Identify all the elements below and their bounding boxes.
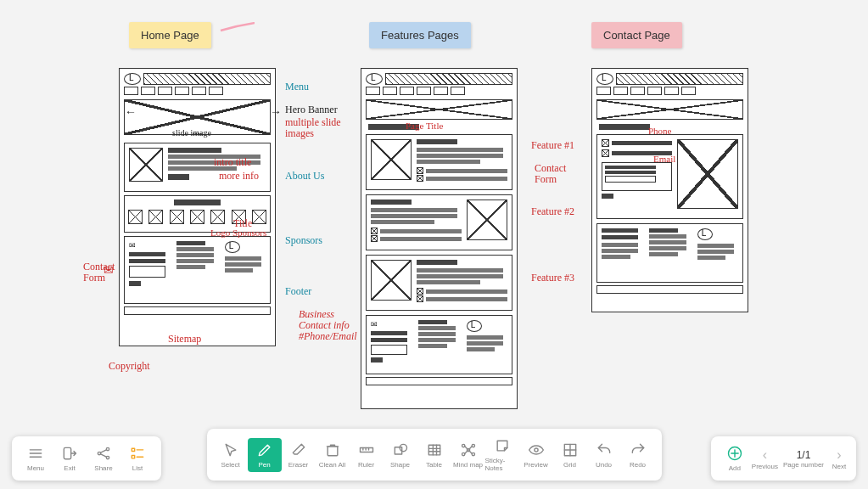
sticky-home[interactable]: Home Page: [129, 22, 211, 48]
svg-point-19: [400, 444, 406, 451]
label-footer: Footer: [285, 285, 311, 298]
label-slide-image: slide image: [172, 128, 211, 138]
table-tool[interactable]: Table: [417, 438, 451, 472]
label-f1: Feature #1: [531, 139, 574, 152]
next-page-button[interactable]: ›: [829, 447, 849, 463]
toolbar-center: Select Pen Eraser Clean All Ruler Shape …: [207, 429, 662, 481]
sticky-features[interactable]: Features Pages: [369, 22, 471, 48]
label-email: Email: [653, 154, 675, 164]
label-about: About Us: [285, 170, 324, 183]
grid-tool[interactable]: Grid: [553, 438, 587, 472]
cleanall-tool[interactable]: Clean All: [316, 438, 350, 472]
label-pagetitle: Page Title: [406, 121, 443, 131]
label-more: more info: [219, 170, 259, 183]
chevron-right-icon: →: [270, 105, 282, 119]
toolbar-right: Add ‹ Previous 1/1 Page number › Next: [711, 436, 856, 481]
prev-page-button[interactable]: ‹: [754, 447, 775, 463]
label-intro: intro title: [214, 156, 251, 169]
svg-rect-3: [64, 447, 70, 458]
list-button[interactable]: List: [120, 441, 154, 475]
svg-rect-20: [428, 445, 440, 455]
page-number: 1/1: [792, 449, 816, 461]
toolbar-left: Menu Exit Share List: [12, 436, 161, 481]
svg-rect-14: [360, 447, 372, 452]
eraser-tool[interactable]: Eraser: [282, 438, 316, 472]
exit-button[interactable]: Exit: [53, 441, 87, 475]
label-multi: multiple slide images: [285, 117, 353, 139]
menu-button[interactable]: Menu: [19, 441, 53, 475]
share-button[interactable]: Share: [87, 441, 120, 475]
wireframe-contact: L: [591, 68, 748, 312]
label-menu: Menu: [285, 81, 309, 93]
svg-rect-9: [132, 448, 134, 451]
label-hero: Hero Banner: [285, 104, 338, 116]
redo-tool[interactable]: Redo: [621, 438, 655, 472]
sticky-contact[interactable]: Contact Page: [591, 22, 682, 48]
svg-rect-10: [132, 456, 134, 458]
label-business: Business Contact info #Phone/Email: [299, 309, 367, 343]
pen-tool[interactable]: Pen: [248, 438, 282, 472]
label-logosp: Logo Sponsors: [210, 228, 266, 238]
chevron-left-icon: ←: [125, 105, 137, 119]
label-contactform: Contact Form: [83, 261, 120, 283]
svg-line-8: [101, 454, 107, 457]
label-f2: Feature #2: [531, 205, 574, 218]
stickynotes-tool[interactable]: Sticky-Notes: [485, 434, 519, 475]
label-sitemap: Sitemap: [168, 333, 201, 346]
label-contactform2: Contact Form: [535, 163, 572, 184]
shape-tool[interactable]: Shape: [384, 438, 417, 472]
wireframe-features: L: [361, 68, 518, 409]
svg-line-7: [101, 450, 107, 452]
envelope-icon: ✉: [104, 263, 114, 278]
label-phone: Phone: [648, 126, 672, 136]
label-f3: Feature #3: [531, 272, 574, 284]
wireframe-home: L slide image •••• ✉: [119, 68, 276, 346]
mindmap-tool[interactable]: Mind map: [451, 438, 485, 472]
svg-point-30: [534, 447, 537, 451]
ruler-tool[interactable]: Ruler: [350, 438, 384, 472]
add-page-button[interactable]: Add: [718, 441, 752, 475]
undo-tool[interactable]: Undo: [587, 438, 621, 472]
select-tool[interactable]: Select: [214, 438, 248, 472]
svg-rect-13: [328, 446, 338, 455]
preview-tool[interactable]: Preview: [519, 438, 553, 472]
label-sponsors: Sponsors: [285, 234, 322, 247]
label-copyright: Copyright: [109, 360, 150, 373]
